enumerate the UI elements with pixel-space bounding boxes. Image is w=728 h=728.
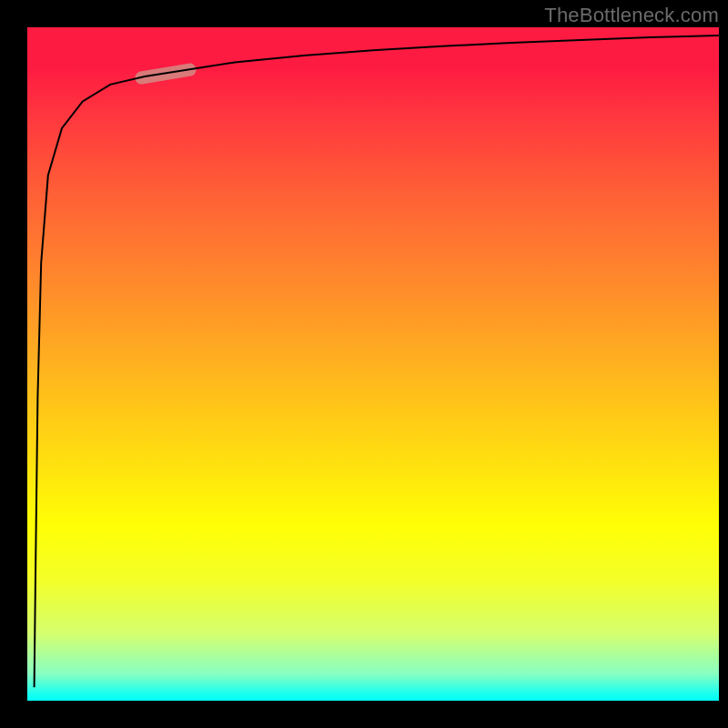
watermark-text: TheBottleneck.com <box>544 4 719 27</box>
chart-frame: TheBottleneck.com <box>0 0 728 728</box>
curve-group <box>35 35 719 687</box>
plot-area <box>27 27 719 701</box>
chart-svg <box>27 27 719 701</box>
curve-line <box>35 35 719 687</box>
